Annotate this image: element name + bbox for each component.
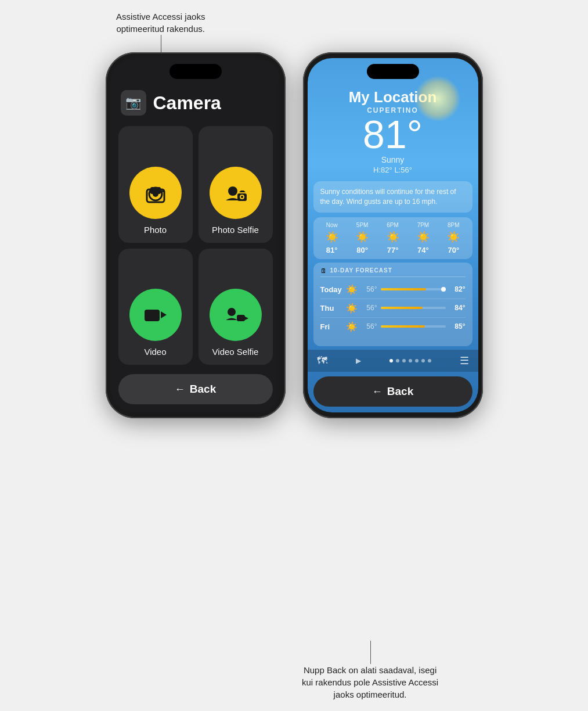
svg-rect-9 [145,310,160,321]
hourly-icon-4: ☀️ [447,231,460,243]
svg-point-11 [228,308,236,316]
dynamic-island-left [169,64,222,79]
weather-condition: Sunny [317,155,469,164]
hourly-temp-4: 70° [448,246,459,254]
selfie-camera-icon [221,178,250,207]
forecast-day-thu: Thu [320,304,342,313]
forecast-bar-fill-today [381,288,426,290]
video-selfie-label: Video Selfie [212,347,259,357]
hourly-col-1: 5PM ☀️ 80° [347,222,377,254]
iphone-left-screen: 📷 Camera [110,58,281,412]
forecast-high-today: 82° [449,285,466,293]
svg-rect-12 [237,315,245,321]
weather-back-arrow-icon: ← [372,386,383,398]
dot-4 [415,359,419,362]
hourly-time-3: 7PM [417,222,430,228]
hourly-icon-1: ☀️ [356,231,369,243]
video-icon [141,300,170,329]
selfie-video-icon [221,300,250,329]
camera-back-button[interactable]: ← Back [118,374,273,404]
camera-icon [141,178,170,207]
video-icon-circle [129,289,182,341]
hourly-time-1: 5PM [356,222,369,228]
iphone-right-screen: My Location CUPERTINO 81° Sunny H:82° L:… [308,58,478,412]
forecast-low-fri: 56° [361,322,377,331]
camera-mode-grid: Photo [118,126,273,365]
svg-marker-13 [245,317,248,320]
forecast-day-fri: Fri [320,322,342,331]
photo-selfie-label: Photo Selfie [212,225,259,235]
annotation-bottom: Nupp Back on alati saadaval, isegi kui r… [302,664,438,701]
forecast-icon-thu: ☀️ [346,303,358,314]
camera-back-label: Back [190,383,216,396]
dot-3 [409,359,412,362]
photo-label: Photo [144,225,167,235]
svg-rect-2 [150,187,161,194]
hourly-col-3: 7PM ☀️ 74° [408,222,438,254]
hourly-icon-3: ☀️ [417,231,430,243]
forecast-row-today: Today ☀️ 56° 82° [320,281,466,299]
video-label: Video [144,347,166,357]
weather-description: Sunny conditions will continue for the r… [320,187,466,207]
dot-6 [428,359,431,362]
hourly-forecast: Now ☀️ 81° 5PM ☀️ 80° 6PM ☀️ 77° [313,217,472,259]
forecast-icon-today: ☀️ [346,284,358,295]
back-arrow-icon: ← [175,383,185,396]
svg-point-8 [241,196,243,198]
video-button[interactable]: Video [118,249,193,365]
forecast-header-text: 10-DAY FORECAST [330,267,392,274]
forecast-bar-fri [381,325,446,328]
hourly-temp-1: 80° [356,246,368,254]
svg-point-4 [162,190,164,192]
weather-screen: My Location CUPERTINO 81° Sunny H:82° L:… [308,58,478,412]
dynamic-island-right [367,64,419,79]
forecast-high-fri: 85° [449,322,466,331]
hourly-time-0: Now [326,222,338,228]
forecast-row-thu: Thu ☀️ 56° 84° [320,299,466,318]
svg-marker-10 [161,311,167,318]
forecast-bar-fill-thu [381,307,423,309]
forecast-bar-thu [381,307,446,309]
dot-5 [421,359,425,362]
svg-point-5 [228,186,237,196]
forecast-day-today: Today [320,285,342,294]
camera-title: Camera [153,92,221,114]
iphone-left: 📷 Camera [106,52,286,418]
camera-header: 📷 Camera [118,90,273,116]
list-icon[interactable]: ☰ [460,354,469,367]
page-dots [389,359,431,362]
video-selfie-button[interactable]: Video Selfie [199,249,273,365]
hourly-icon-2: ☀️ [387,231,399,243]
hourly-time-2: 6PM [387,222,399,228]
hourly-time-4: 8PM [448,222,460,228]
dot-0 [389,359,393,362]
map-icon[interactable]: 🗺 [317,355,327,367]
photo-icon-circle [129,167,182,219]
annotation-top: Assistive Accessi jaoks optimeeritud rak… [116,10,205,35]
hourly-temp-0: 81° [326,246,338,254]
phones-container: 📷 Camera [0,0,588,418]
hourly-icon-0: ☀️ [326,231,338,243]
hourly-temp-3: 74° [417,246,429,254]
camera-screen: 📷 Camera [110,58,281,412]
hourly-row: Now ☀️ 81° 5PM ☀️ 80° 6PM ☀️ 77° [317,222,469,254]
ten-day-forecast: 🗓 10-DAY FORECAST Today ☀️ 56° 82° [313,263,472,346]
forecast-icon-fri: ☀️ [346,321,358,332]
location-icon: ▶ [356,357,361,365]
weather-high-low: H:82° L:56° [317,166,469,174]
weather-back-button[interactable]: ← Back [313,376,472,407]
forecast-low-today: 56° [361,285,377,293]
weather-back-label: Back [387,385,413,398]
hourly-temp-2: 77° [387,246,399,254]
video-selfie-icon-circle [210,289,262,341]
forecast-row-fri: Fri ☀️ 56° 85° [320,318,466,336]
camera-app-icon: 📷 [121,90,146,116]
forecast-high-thu: 84° [449,304,466,312]
hourly-col-0: Now ☀️ 81° [317,222,347,254]
hourly-col-4: 8PM ☀️ 70° [438,222,468,254]
photo-selfie-button[interactable]: Photo Selfie [199,126,273,243]
photo-selfie-icon-circle [210,167,262,219]
photo-button[interactable]: Photo [118,126,193,243]
dot-1 [396,359,399,362]
sun-glow-decoration [414,76,461,122]
